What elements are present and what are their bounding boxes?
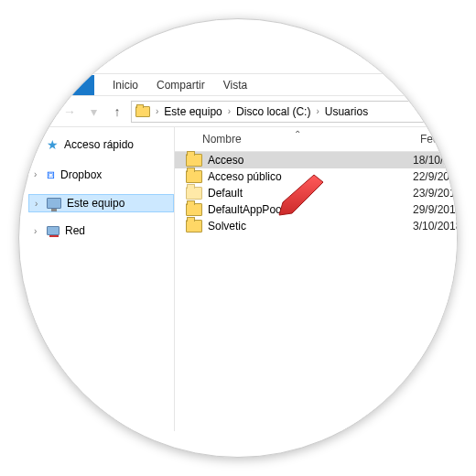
file-date: 18/10/2018 19:..	[413, 154, 458, 167]
file-date: 3/10/2018 05:3..	[413, 220, 458, 233]
folder-icon	[186, 170, 202, 183]
chevron-right-icon[interactable]: ›	[35, 199, 38, 209]
file-name: Default	[208, 187, 243, 200]
file-row[interactable]: Acceso18/10/2018 19:..	[175, 152, 458, 168]
column-headers: Nombre ⌃ Fecha de modificación	[175, 127, 458, 152]
chevron-right-icon[interactable]: ›	[34, 226, 37, 236]
nav-bar: ← → ▾ ↑ › Este equipo › Disco local (C:)…	[28, 96, 458, 127]
tab-home[interactable]: Inicio	[113, 79, 138, 92]
pc-icon	[47, 198, 61, 209]
folder-icon	[186, 154, 202, 167]
column-header-date[interactable]: Fecha de modificación	[413, 127, 458, 151]
recent-dropdown[interactable]: ▾	[83, 102, 103, 122]
column-header-name[interactable]: Nombre ⌃	[175, 127, 413, 151]
window-title: Usuarios	[56, 54, 99, 67]
network-icon	[47, 226, 60, 235]
sidebar-item-dropbox[interactable]: › ⧈ Dropbox	[28, 164, 174, 185]
folder-icon	[186, 203, 202, 216]
sidebar-item-network[interactable]: › Red	[28, 222, 174, 240]
nav-sidebar: › ★ Acceso rápido › ⧈ Dropbox › Este equ…	[28, 127, 175, 431]
file-list: Nombre ⌃ Fecha de modificación Acceso18/…	[175, 127, 458, 431]
file-name: DefaultAppPool	[208, 203, 284, 216]
chevron-right-icon[interactable]: ›	[314, 106, 320, 116]
chevron-right-icon[interactable]: ›	[34, 140, 37, 150]
file-name: Acceso público	[208, 170, 282, 183]
folder-icon	[36, 55, 50, 66]
breadcrumb-seg-disk[interactable]: Disco local (C:)	[234, 105, 312, 118]
forward-button[interactable]: →	[60, 102, 80, 122]
folder-icon	[135, 106, 150, 117]
sidebar-label: Acceso rápido	[64, 138, 134, 151]
sidebar-item-quick-access[interactable]: › ★ Acceso rápido	[28, 135, 174, 155]
file-date: 22/9/2018 19:..	[413, 170, 458, 183]
file-date: 23/9/2018 02:3..	[413, 187, 458, 200]
ribbon-tabs: Archivo Inicio Compartir Vista	[28, 74, 458, 96]
file-row[interactable]: Solvetic3/10/2018 05:3..	[175, 218, 458, 234]
explorer-window: Usuarios Archivo Inicio Compartir Vista …	[28, 47, 458, 431]
tab-share[interactable]: Compartir	[157, 79, 205, 92]
sidebar-label: Este equipo	[67, 197, 124, 210]
address-bar[interactable]: › Este equipo › Disco local (C:) › Usuar…	[131, 101, 458, 123]
file-name: Solvetic	[208, 220, 246, 233]
back-button[interactable]: ←	[36, 102, 56, 122]
title-bar: Usuarios	[28, 47, 458, 74]
star-icon: ★	[47, 137, 59, 152]
column-label: Fecha de modificación	[420, 133, 458, 146]
content-area: › ★ Acceso rápido › ⧈ Dropbox › Este equ…	[28, 127, 458, 431]
folder-icon	[186, 187, 202, 200]
breadcrumb-seg-pc[interactable]: Este equipo	[162, 105, 223, 118]
file-row[interactable]: Default23/9/2018 02:3..	[175, 185, 458, 201]
chevron-right-icon[interactable]: ›	[226, 106, 233, 116]
file-name: Acceso	[208, 154, 243, 167]
sidebar-item-this-pc[interactable]: › Este equipo	[28, 194, 174, 212]
folder-icon	[186, 220, 202, 233]
tab-view[interactable]: Vista	[223, 79, 247, 92]
dropbox-icon: ⧈	[47, 167, 55, 182]
sort-asc-icon: ⌃	[294, 129, 301, 139]
tab-file[interactable]: Archivo	[28, 75, 94, 95]
file-row[interactable]: Acceso público22/9/2018 19:..	[175, 168, 458, 185]
up-button[interactable]: ↑	[107, 102, 127, 122]
file-row[interactable]: DefaultAppPool29/9/2018 14:5..	[175, 201, 458, 218]
sidebar-label: Red	[65, 224, 85, 237]
chevron-right-icon[interactable]: ›	[34, 169, 37, 179]
column-label: Nombre	[202, 133, 242, 146]
sidebar-label: Dropbox	[60, 168, 102, 181]
chevron-right-icon[interactable]: ›	[154, 106, 160, 116]
file-date: 29/9/2018 14:5..	[413, 203, 458, 216]
breadcrumb-seg-users[interactable]: Usuarios	[323, 105, 370, 118]
